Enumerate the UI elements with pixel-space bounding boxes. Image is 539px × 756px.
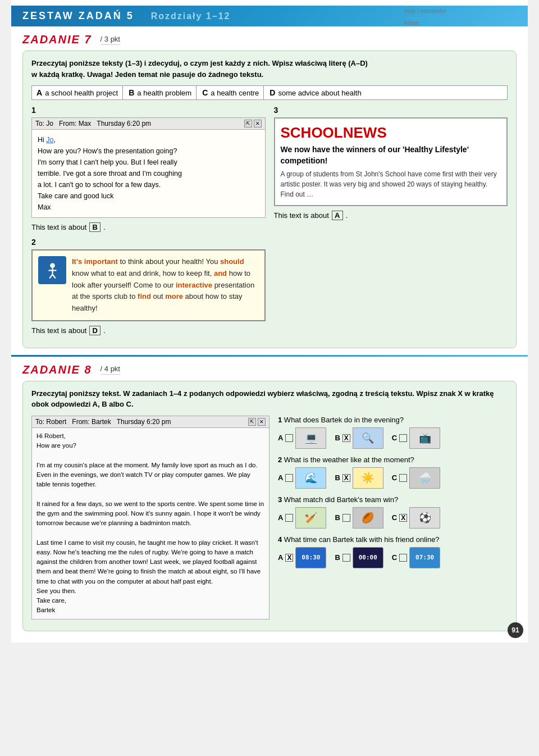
q2-a: A 🌊 bbox=[278, 467, 326, 489]
svg-point-0 bbox=[50, 263, 55, 268]
svg-line-3 bbox=[49, 274, 52, 278]
email-maximize[interactable]: ⇱ bbox=[244, 120, 252, 127]
q2-a-checkbox[interactable] bbox=[285, 474, 293, 482]
q4-a: A X 08:30 bbox=[278, 547, 326, 568]
email2-header: To: Robert From: Bartek Thursday 6:20 pm… bbox=[32, 416, 269, 428]
q1-b-img: 🔍 bbox=[353, 427, 383, 449]
q2-b-img: ☀️ bbox=[353, 467, 383, 489]
q2-b-checkbox[interactable]: X bbox=[342, 474, 350, 482]
zadanie8-instruction: Przeczytaj poniższy tekst. W zadaniach 1… bbox=[31, 388, 508, 410]
header-subtitle: Rozdziały 1–12 bbox=[151, 11, 231, 21]
text3-num: 3 bbox=[274, 106, 508, 115]
email-close[interactable]: ✕ bbox=[254, 120, 262, 127]
q1-c-checkbox[interactable] bbox=[399, 434, 407, 442]
class-label: klasa bbox=[404, 19, 517, 26]
school-news-body: A group of students from St John's Schoo… bbox=[281, 169, 501, 199]
q2-c: C 🌧️ bbox=[392, 467, 440, 489]
q2-text: 2 What is the weather like at the moment… bbox=[278, 456, 508, 464]
zadanie8-email: To: Robert From: Bartek Thursday 6:20 pm… bbox=[31, 416, 270, 620]
school-news-subtitle: We now have the winners of our 'Healthy … bbox=[281, 144, 501, 166]
text1-answer: This text is about B. bbox=[31, 222, 266, 232]
text2-answer-box: D bbox=[89, 326, 101, 335]
zadanie8-score: / 4 pkt bbox=[101, 365, 120, 375]
q1-a-checkbox[interactable] bbox=[285, 434, 293, 442]
q4-c-img: 07:30 bbox=[409, 547, 440, 568]
q2-answers: A 🌊 B X ☀️ C 🌧️ bbox=[278, 467, 508, 489]
page-number: 91 bbox=[508, 622, 523, 638]
zadanie8-questions: 1 What does Bartek do in the evening? A … bbox=[278, 416, 508, 624]
options-row: A a school health project B a health pro… bbox=[31, 85, 508, 100]
q4-a-img: 08:30 bbox=[295, 547, 326, 568]
q1-a: A 💻 bbox=[278, 427, 326, 449]
svg-line-4 bbox=[52, 274, 55, 278]
zadanie7-content: 1 To: Jo From: Max Thursday 6:20 pm ⇱ ✕ … bbox=[31, 106, 508, 338]
q1-c: C 📺 bbox=[392, 427, 440, 449]
zadanie8-box: Przeczytaj poniższy tekst. W zadaniach 1… bbox=[22, 381, 517, 631]
school-news: SCHOOLNEWS We now have the winners of ou… bbox=[274, 117, 508, 206]
q3-b-img: 🏉 bbox=[353, 507, 383, 529]
zadanie8-content: To: Robert From: Bartek Thursday 6:20 pm… bbox=[31, 416, 508, 624]
text2-panel: 2 It's important to t bbox=[31, 238, 266, 335]
text3-panel: 3 SCHOOLNEWS We now have the winners of … bbox=[274, 106, 508, 338]
q1-b-checkbox[interactable]: X bbox=[342, 434, 350, 442]
zadanie7-box: Przeczytaj poniższe teksty (1–3) i zdecy… bbox=[22, 51, 517, 348]
q1-b: B X 🔍 bbox=[335, 427, 383, 449]
q4-c: C 07:30 bbox=[392, 547, 440, 568]
option-a: A a school health project bbox=[32, 86, 123, 99]
q1-answers: A 💻 B X 🔍 C 📺 bbox=[278, 427, 508, 449]
text3-answer-box: A bbox=[332, 211, 343, 220]
q1-c-img: 📺 bbox=[409, 427, 440, 449]
q4-text: 4 What time can Bartek talk with his fri… bbox=[278, 535, 508, 544]
email1-body: Hi Jo, How are you? How's the presentati… bbox=[32, 130, 265, 217]
q4-c-checkbox[interactable] bbox=[399, 554, 407, 562]
zadanie8-email-body: Hi Robert, How are you? I'm at my cousin… bbox=[32, 428, 269, 619]
email2-close[interactable]: ✕ bbox=[258, 418, 266, 426]
q4-answers: A X 08:30 B 00:00 C 07:30 bbox=[278, 547, 508, 568]
text2-content: It's important to think about your healt… bbox=[72, 256, 259, 315]
zadanie7-title: ZADANIE 7 bbox=[22, 33, 92, 46]
option-c: C a health centre bbox=[198, 86, 264, 99]
q3-c: C X ⚽ bbox=[392, 507, 440, 529]
question-3: 3 What match did Bartek's team win? A 🏏 … bbox=[278, 495, 508, 529]
zadanie8-email-panel: To: Robert From: Bartek Thursday 6:20 pm… bbox=[31, 416, 270, 624]
option-d: D some advice about health bbox=[265, 86, 366, 99]
zadanie7-score: / 3 pkt bbox=[101, 35, 120, 45]
zadanie8-header: ZADANIE 8 / 4 pkt bbox=[22, 363, 517, 376]
q4-b-img: 00:00 bbox=[353, 547, 383, 568]
q4-a-checkbox[interactable]: X bbox=[285, 554, 293, 562]
q2-c-checkbox[interactable] bbox=[399, 474, 407, 482]
zadanie7-header: ZADANIE 7 / 3 pkt bbox=[22, 33, 517, 46]
name-label: imię i nazwisko bbox=[404, 7, 517, 14]
student-info: imię i nazwisko klasa bbox=[404, 6, 517, 26]
question-1: 1 What does Bartek do in the evening? A … bbox=[278, 416, 508, 449]
option-b: B a health problem bbox=[124, 86, 197, 99]
email1-header: To: Jo From: Max Thursday 6:20 pm ⇱ ✕ bbox=[32, 118, 265, 130]
question-2: 2 What is the weather like at the moment… bbox=[278, 456, 508, 489]
school-news-title: SCHOOLNEWS bbox=[281, 124, 501, 142]
q4-b-checkbox[interactable] bbox=[342, 554, 350, 562]
email2-maximize[interactable]: ⇱ bbox=[248, 418, 256, 426]
q3-c-img: ⚽ bbox=[409, 507, 440, 529]
text1-email: To: Jo From: Max Thursday 6:20 pm ⇱ ✕ Hi… bbox=[31, 117, 266, 218]
poster-icon bbox=[38, 256, 66, 284]
q3-a-img: 🏏 bbox=[295, 507, 326, 529]
q2-a-img: 🌊 bbox=[295, 467, 326, 489]
q2-c-img: 🌧️ bbox=[409, 467, 440, 489]
text2-num: 2 bbox=[31, 238, 266, 247]
q2-b: B X ☀️ bbox=[335, 467, 383, 489]
text1-num: 1 bbox=[31, 106, 266, 115]
text3-answer: This text is about A. bbox=[274, 211, 508, 220]
header-title: ZESTAW ZADAŃ 5 bbox=[22, 10, 134, 22]
q3-b-checkbox[interactable] bbox=[342, 514, 350, 522]
text2-answer: This text is about D. bbox=[31, 326, 266, 335]
q3-a-checkbox[interactable] bbox=[285, 514, 293, 522]
text1-panel: 1 To: Jo From: Max Thursday 6:20 pm ⇱ ✕ … bbox=[31, 106, 266, 338]
text1-answer-box: B bbox=[89, 222, 101, 232]
q3-text: 3 What match did Bartek's team win? bbox=[278, 495, 508, 504]
q3-c-checkbox[interactable]: X bbox=[399, 514, 407, 522]
section-divider bbox=[11, 355, 528, 357]
q1-text: 1 What does Bartek do in the evening? bbox=[278, 416, 508, 424]
zadanie7-instruction: Przeczytaj poniższe teksty (1–3) i zdecy… bbox=[31, 58, 508, 80]
q3-answers: A 🏏 B 🏉 C X ⚽ bbox=[278, 507, 508, 529]
q1-a-img: 💻 bbox=[295, 427, 326, 449]
